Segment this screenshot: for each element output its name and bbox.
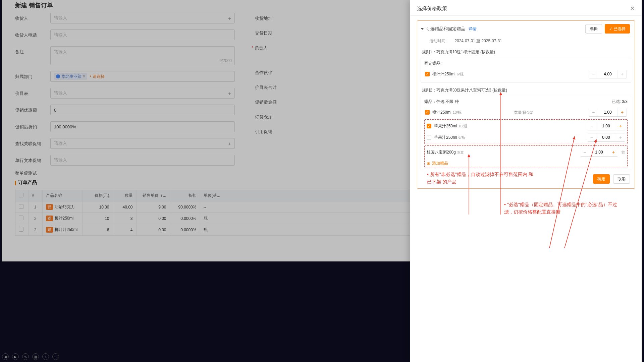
minus-button[interactable]: − [580, 148, 589, 156]
rule2-sub: 赠品：任选 不限 种 [424, 99, 459, 105]
trash-icon[interactable]: 🗑 [621, 150, 625, 155]
annotation-dashed-box-lower: 桂圆八宝粥200g3/盒 −+ 🗑 添加赠品 [424, 145, 628, 167]
policy-title: 可选赠品和固定赠品 详情 [426, 26, 477, 32]
stepper[interactable]: −+ [589, 108, 627, 117]
qty-input [596, 133, 616, 141]
close-icon[interactable]: ✕ [630, 5, 635, 12]
selected-button[interactable]: 已选择 [605, 24, 630, 34]
cancel-button[interactable]: 取消 [613, 174, 630, 184]
minus-button: − [587, 133, 596, 141]
rule2-row-2: 芒果汁250ml6/瓶 −+ [426, 132, 626, 143]
add-gift-button[interactable]: 添加赠品 [426, 158, 626, 166]
more-icon[interactable]: ⋯ [52, 353, 59, 360]
plus-button[interactable]: + [616, 122, 625, 130]
annotation-note-1: 所有"非必选"赠品，自动过滤掉不在可售范围内 和 已下架 的产品 [427, 171, 534, 185]
rule2-title: 规则2：巧克力满30送果汁八宝粥可选3 (按数量) [417, 85, 635, 95]
minus-button: − [589, 70, 598, 78]
plus-button[interactable]: + [618, 108, 627, 116]
annotation-note-2: "必选"赠品（固定赠品、可选赠品中的"必选"品）不过滤，仍按价格整配置直接赠 [504, 201, 622, 216]
rule1-item-row: 椰汁汁250ml6/瓶 − + [424, 68, 628, 80]
presentation-toolbar: ◀ ▶ ✎ ▦ ⌕ ⋯ [2, 353, 59, 360]
rule2-row-1: 苹果汁250ml10/瓶 −+ [426, 120, 626, 132]
edit-button[interactable]: 编辑 [585, 24, 602, 34]
caret-down-icon[interactable] [421, 28, 424, 30]
stepper[interactable]: −+ [587, 122, 625, 130]
qty-input[interactable] [598, 108, 618, 116]
plus-button: + [616, 133, 625, 141]
rule2-extra-row: 桂圆八宝粥200g3/盒 −+ 🗑 [426, 146, 626, 158]
annotation-dashed-box-upper: 苹果汁250ml10/瓶 −+ 芒果汁250ml6/瓶 −+ [424, 119, 628, 144]
detail-link[interactable]: 详情 [469, 26, 477, 31]
next-icon[interactable]: ▶ [12, 353, 19, 360]
stepper[interactable]: −+ [580, 148, 618, 157]
qty-input [598, 70, 618, 78]
modal-title: 选择价格政策 [417, 5, 447, 12]
qty-input[interactable] [589, 148, 609, 156]
pen-icon[interactable]: ✎ [22, 353, 29, 360]
checkbox[interactable] [427, 124, 431, 128]
prev-icon[interactable]: ◀ [2, 353, 9, 360]
stepper-r1: − + [589, 70, 627, 78]
checkbox-r1[interactable] [425, 72, 430, 76]
confirm-button[interactable]: 确定 [593, 174, 610, 184]
checkbox[interactable] [425, 110, 430, 115]
qty-input[interactable] [596, 122, 616, 130]
plus-button[interactable]: + [609, 148, 618, 156]
rule2-row-0: 橙汁250ml10/瓶 数量(最少1) −+ [424, 107, 628, 118]
plus-button: + [618, 70, 627, 78]
price-policy-modal: 选择价格政策 ✕ 可选赠品和固定赠品 详情 编辑 已选择 活动时间:2024-0… [410, 0, 642, 362]
minus-button[interactable]: − [589, 108, 598, 116]
stepper: −+ [587, 133, 625, 142]
rule1-fixed-label: 固定赠品: [424, 61, 628, 66]
zoom-icon[interactable]: ⌕ [42, 353, 49, 360]
checkbox[interactable] [427, 135, 431, 140]
rule1-title: 规则1：巧克力满10送1椰汁固定 (按数量) [417, 47, 635, 57]
grid-icon[interactable]: ▦ [32, 353, 39, 360]
minus-button[interactable]: − [587, 122, 596, 130]
